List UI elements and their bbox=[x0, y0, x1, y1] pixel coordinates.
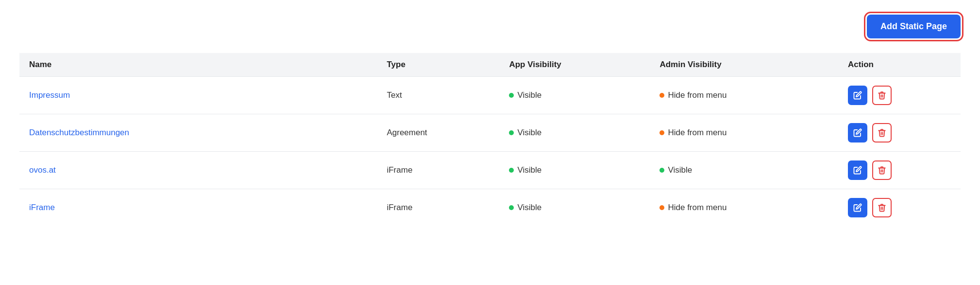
page-name-link[interactable]: Impressum bbox=[29, 90, 70, 100]
col-header-action: Action bbox=[838, 53, 961, 77]
app-visibility-label: Visible bbox=[517, 203, 541, 213]
admin-visibility: Hide from menu bbox=[650, 77, 838, 114]
admin-visibility: Hide from menu bbox=[650, 189, 838, 227]
admin-visibility-dot bbox=[659, 93, 664, 98]
delete-button[interactable] bbox=[872, 160, 892, 180]
edit-button[interactable] bbox=[848, 123, 867, 142]
app-visibility-dot bbox=[509, 168, 514, 173]
static-pages-table: Name Type App Visibility Admin Visibilit… bbox=[19, 53, 961, 226]
app-visibility-label: Visible bbox=[517, 90, 541, 100]
col-header-app-visibility: App Visibility bbox=[499, 53, 650, 77]
page-name-link[interactable]: Datenschutzbestimmungen bbox=[29, 128, 129, 137]
col-header-name: Name bbox=[19, 53, 377, 77]
page-name-link[interactable]: iFrame bbox=[29, 203, 55, 212]
delete-button[interactable] bbox=[872, 123, 892, 142]
admin-visibility-dot bbox=[659, 168, 664, 173]
delete-button[interactable] bbox=[872, 198, 892, 217]
action-cell bbox=[838, 77, 961, 114]
edit-button[interactable] bbox=[848, 160, 867, 180]
add-static-page-button[interactable]: Add Static Page bbox=[867, 15, 961, 38]
admin-visibility-dot bbox=[659, 130, 664, 135]
table-header-row: Name Type App Visibility Admin Visibilit… bbox=[19, 53, 961, 77]
app-visibility-dot bbox=[509, 205, 514, 210]
page-type: iFrame bbox=[377, 152, 499, 189]
app-visibility-dot bbox=[509, 93, 514, 98]
edit-button[interactable] bbox=[848, 86, 867, 105]
admin-visibility-label: Visible bbox=[668, 165, 692, 175]
app-visibility: Visible bbox=[499, 152, 650, 189]
action-cell bbox=[838, 189, 961, 227]
admin-visibility-label: Hide from menu bbox=[668, 90, 727, 100]
page-type: iFrame bbox=[377, 189, 499, 227]
table-row: iFrameiFrameVisibleHide from menu bbox=[19, 189, 961, 227]
admin-visibility-label: Hide from menu bbox=[668, 203, 727, 213]
page-name-link[interactable]: ovos.at bbox=[29, 165, 56, 175]
action-cell bbox=[838, 152, 961, 189]
action-cell bbox=[838, 114, 961, 152]
delete-button[interactable] bbox=[872, 86, 892, 105]
app-visibility: Visible bbox=[499, 189, 650, 227]
col-header-type: Type bbox=[377, 53, 499, 77]
col-header-admin-visibility: Admin Visibility bbox=[650, 53, 838, 77]
admin-visibility: Visible bbox=[650, 152, 838, 189]
admin-visibility-label: Hide from menu bbox=[668, 128, 727, 138]
app-visibility: Visible bbox=[499, 77, 650, 114]
app-visibility: Visible bbox=[499, 114, 650, 152]
page-type: Text bbox=[377, 77, 499, 114]
page-type: Agreement bbox=[377, 114, 499, 152]
app-visibility-label: Visible bbox=[517, 165, 541, 175]
app-visibility-label: Visible bbox=[517, 128, 541, 138]
table-row: DatenschutzbestimmungenAgreementVisibleH… bbox=[19, 114, 961, 152]
admin-visibility-dot bbox=[659, 205, 664, 210]
toolbar: Add Static Page bbox=[19, 10, 961, 43]
app-visibility-dot bbox=[509, 130, 514, 135]
admin-visibility: Hide from menu bbox=[650, 114, 838, 152]
edit-button[interactable] bbox=[848, 198, 867, 217]
table-row: ovos.atiFrameVisibleVisible bbox=[19, 152, 961, 189]
table-row: ImpressumTextVisibleHide from menu bbox=[19, 77, 961, 114]
